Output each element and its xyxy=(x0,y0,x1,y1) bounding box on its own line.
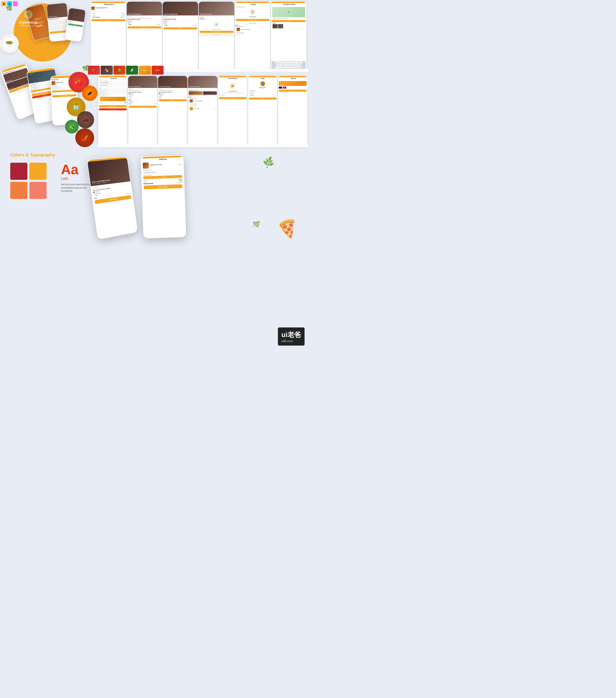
continue-shopping-btn[interactable]: Continue Shopping xyxy=(199,34,234,36)
middle-screens-row: 9:41 ← Check Out Sign Up with Facebook f… xyxy=(98,75,308,147)
key-s[interactable]: s xyxy=(279,64,282,66)
screen-set-delivery: 9:41 ← Set Delivery Location 📍 22 White … xyxy=(271,2,306,70)
key-n[interactable]: n xyxy=(293,67,295,69)
profile-location[interactable]: Location › xyxy=(249,92,277,94)
nav-title-6: Set Delivery Location xyxy=(273,4,305,5)
key-v[interactable]: v xyxy=(288,67,290,69)
status-bar-5: 9:41 xyxy=(235,2,270,3)
leaf-deco-2: 🌿 xyxy=(252,220,261,228)
key-x[interactable]: x xyxy=(282,67,284,69)
leaf-deco-1: 🌿 xyxy=(262,156,275,169)
add-cart-bbq[interactable]: Add to Cart xyxy=(129,106,157,108)
key-z[interactable]: z xyxy=(279,67,282,69)
keyboard-row-3: ⇧ z x c v b n m ⌫ xyxy=(272,67,305,69)
screen-profile: Profile 👤 Norah Jones No profile Notific… xyxy=(248,76,277,146)
pizza-decoration: 🍕 xyxy=(274,215,300,240)
stars-3: ★★★★☆ xyxy=(164,16,197,17)
confirm-payment-btn[interactable]: Confirm xyxy=(279,90,307,92)
order-now-btn[interactable]: Order Now xyxy=(164,27,197,29)
screen-food-detail-2: Down South BBQ Burger ★★★★☆ Rich descrip… xyxy=(163,2,198,70)
nav-title-1: Shipping Address xyxy=(93,4,125,5)
add-to-cart-btn[interactable]: Add to Cart xyxy=(92,19,125,21)
go-to-home-btn[interactable]: Go to Home Station xyxy=(199,31,234,33)
hero-phone-3: veggie... Easy Almond... Order xyxy=(65,8,86,42)
screen-payment: ← Payment **** **** **** 4011 John Doe10… xyxy=(278,76,307,146)
key-y[interactable]: y xyxy=(289,62,291,64)
stars-2: ★★★★☆ xyxy=(127,16,162,17)
total-row-3: Total$47.50 xyxy=(164,25,197,26)
key-shift[interactable]: ⇧ xyxy=(276,67,279,69)
total-row-1: Total Amount$32.70 xyxy=(92,16,125,18)
stars-1: ★★★★☆ xyxy=(92,11,125,12)
add-to-cart-btn-2[interactable]: Add to Cart xyxy=(127,26,162,28)
reset-password-icon: 🔐 xyxy=(229,82,236,89)
key-del[interactable]: ⌫ xyxy=(298,67,302,69)
back-btn-6[interactable]: ← xyxy=(272,4,273,5)
nav-bar-5: ← Congrats xyxy=(235,3,270,6)
key-t[interactable]: t xyxy=(286,62,289,64)
key-q[interactable]: q xyxy=(275,62,278,64)
top-screens-grid: 9:41 ← Shipping Address Down South BBQ B… xyxy=(89,0,308,72)
profile-title: Profile xyxy=(249,78,276,79)
key-p[interactable]: p xyxy=(300,62,302,64)
key-d[interactable]: d xyxy=(282,64,284,66)
large-phone-burger: Down South BBQ Burger Tender short ribs,… xyxy=(87,156,138,240)
swatch-orange xyxy=(10,182,27,199)
status-bar-1: 9:41 xyxy=(91,2,126,3)
submit-reset-btn[interactable]: Submit xyxy=(219,97,247,99)
menu-thumb-1 xyxy=(237,28,240,31)
key-o[interactable]: o xyxy=(297,62,299,64)
key-f[interactable]: f xyxy=(285,64,287,66)
map-area: 📍 xyxy=(272,7,305,17)
hero-section: 🌿 mydonose Food Delivery UI Kit Brooklyn… xyxy=(0,0,89,72)
key-b[interactable]: b xyxy=(290,67,293,69)
payment-card-1: **** **** **** 4311 John Doe10/24 xyxy=(100,97,126,101)
key-i[interactable]: i xyxy=(294,62,297,64)
key-w[interactable]: w xyxy=(278,62,280,64)
salad-plate: 🥗 xyxy=(0,34,22,56)
food-photo-collage: 🍅 🌶 🫙 🌰 🫒 🌶️ xyxy=(65,72,103,144)
herb-deco-2: 🌿 xyxy=(82,65,88,71)
profile-notifications[interactable]: Notifications › xyxy=(249,90,277,92)
large-phone-checkout: ← Check Out California Roll Pho ★★★★☆ $8… xyxy=(141,155,186,238)
place-order-btn[interactable]: Place Order › xyxy=(99,105,127,107)
key-g[interactable]: g xyxy=(288,64,290,66)
back-btn-5[interactable]: ← xyxy=(236,4,237,5)
bottom-nav-5: ⌂ ⊕ ◻ ☻ xyxy=(235,69,270,70)
price-row-1: Subtotal$25.50 xyxy=(92,13,125,15)
key-e[interactable]: e xyxy=(281,62,283,64)
key-h[interactable]: h xyxy=(290,64,293,66)
key-l[interactable]: l xyxy=(298,64,301,66)
key-k[interactable]: k xyxy=(296,64,298,66)
keyboard-area: q w e r t y u i o p a s d f g h xyxy=(271,61,306,69)
payment-card-main: **** **** **** 4011 John Doe10/24 xyxy=(279,81,307,86)
xd-icon: XD xyxy=(13,1,18,6)
watermark-main: ui老爸 xyxy=(281,330,301,339)
screen-reset-password: Reset Password 🔐 Reset Password Enter yo… xyxy=(218,76,248,146)
screen-congrats: 9:41 ← Congrats Order Number: 280744 🏆 O… xyxy=(235,2,270,70)
key-r[interactable]: r xyxy=(283,62,286,64)
menu-item-1: Down South BBQ Burger xyxy=(236,27,270,32)
key-a[interactable]: a xyxy=(277,64,279,66)
confirm-profile-btn[interactable]: Confirm xyxy=(249,98,277,100)
bottom-phones-section: Down South BBQ Burger Tender short ribs,… xyxy=(86,149,308,245)
profile-avatar: 👤 xyxy=(260,81,265,86)
key-c[interactable]: c xyxy=(285,67,287,69)
order-now-bbq-2[interactable]: Order Now xyxy=(159,99,187,101)
figma-icon: ▲ xyxy=(7,1,12,6)
screen-chipolte: Chipolte Mexican Grill ★★★★☆ Recommend f… xyxy=(188,76,217,146)
swatch-light-orange xyxy=(29,182,46,199)
brand-name: mydonose xyxy=(19,20,38,25)
key-m[interactable]: m xyxy=(296,67,298,69)
nav-bar-6: ← Set Delivery Location xyxy=(271,3,306,6)
continue-shopping-btn-2[interactable]: Continue Shopping xyxy=(236,22,270,24)
profile-payment[interactable]: Payment › xyxy=(249,94,277,97)
view-order-btn[interactable]: View Order xyxy=(99,108,127,110)
keyboard-row-2: a s d f g h j k l xyxy=(272,64,305,66)
key-j[interactable]: j xyxy=(293,64,295,66)
screen-menu: Chipolte Mexican Grill ★★★★★ Congrats Or… xyxy=(199,2,234,70)
go-to-station-btn[interactable]: Go to Home Station xyxy=(236,19,270,21)
key-u[interactable]: u xyxy=(292,62,294,64)
toolbar: ◆ ▲ XD xyxy=(1,1,18,6)
submit-location-btn[interactable]: Submit xyxy=(271,20,306,22)
